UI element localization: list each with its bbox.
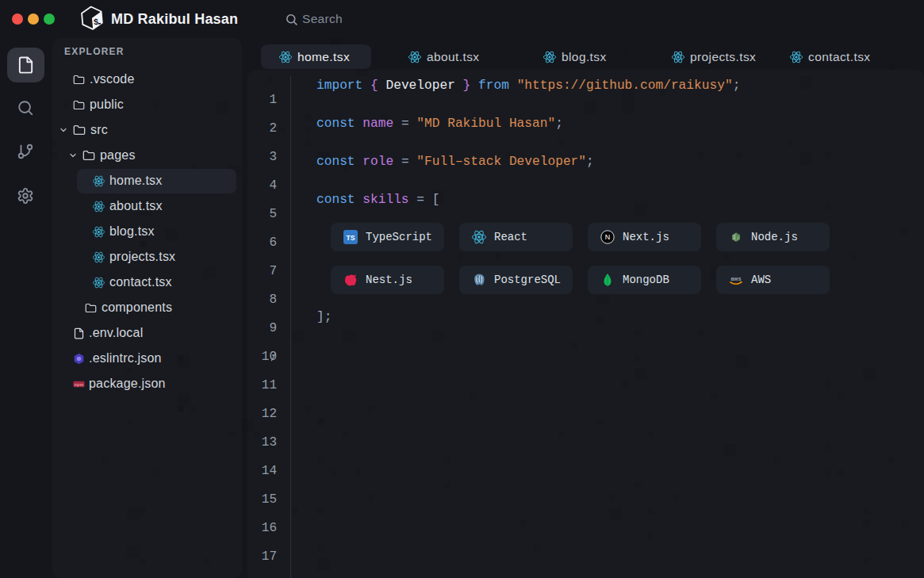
svg-text:$: $ [93, 17, 98, 28]
svg-text:N: N [605, 233, 611, 241]
svg-text:npm: npm [75, 381, 84, 386]
svg-text:aws: aws [731, 276, 742, 281]
svg-text:TS: TS [347, 234, 355, 242]
